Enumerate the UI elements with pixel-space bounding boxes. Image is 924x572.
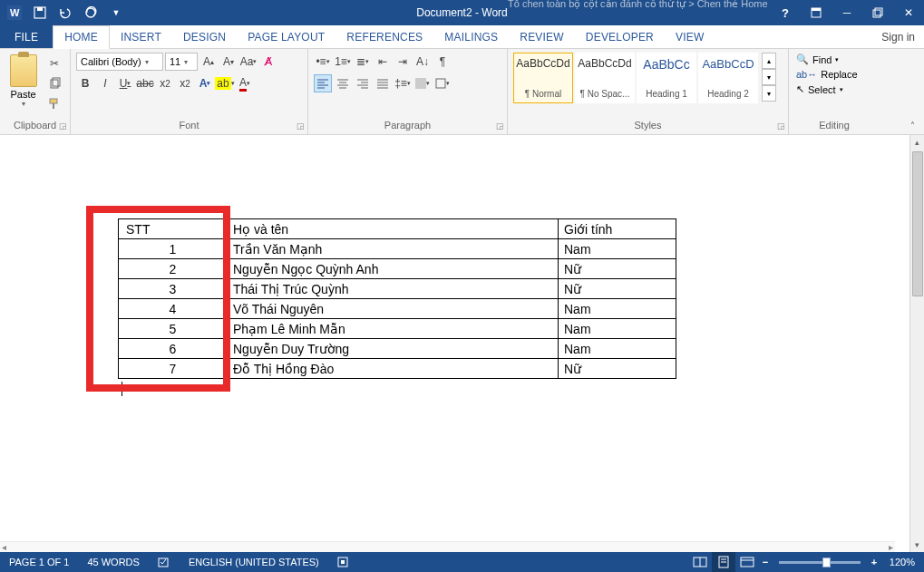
- style-heading2[interactable]: AaBbCcDHeading 2: [698, 53, 758, 103]
- text-effects-button[interactable]: A▾: [196, 74, 214, 92]
- styles-down-button[interactable]: ▾: [762, 69, 776, 85]
- undo-button[interactable]: [54, 3, 76, 23]
- borders-button[interactable]: ▾: [433, 74, 452, 92]
- superscript-button[interactable]: x2: [176, 74, 194, 92]
- ribbon-display-options-button[interactable]: [801, 3, 832, 23]
- view-print-layout-button[interactable]: [712, 552, 735, 572]
- scroll-left-icon[interactable]: ◂: [2, 542, 6, 552]
- shrink-font-button[interactable]: A▾: [219, 53, 238, 71]
- increase-indent-button[interactable]: ⇥: [394, 53, 412, 71]
- view-web-layout-button[interactable]: [735, 552, 759, 572]
- word-icon[interactable]: W: [4, 3, 25, 23]
- change-case-button[interactable]: Aa▾: [239, 53, 258, 71]
- tab-page-layout[interactable]: PAGE LAYOUT: [237, 25, 336, 48]
- status-macro[interactable]: [328, 557, 357, 567]
- align-center-button[interactable]: [334, 74, 352, 92]
- tab-view[interactable]: VIEW: [665, 25, 715, 48]
- table-row[interactable]: 4Võ Thái NguyênNam: [119, 299, 676, 319]
- view-read-mode-button[interactable]: [688, 552, 712, 572]
- minimize-button[interactable]: ─: [832, 3, 862, 23]
- bold-button[interactable]: B: [76, 74, 94, 92]
- font-name-combo[interactable]: Calibri (Body)▾: [76, 53, 163, 71]
- show-marks-button[interactable]: ¶: [433, 53, 452, 71]
- clipboard-launcher[interactable]: ◲: [57, 121, 68, 132]
- line-spacing-button[interactable]: ‡≡▾: [394, 74, 412, 92]
- header-name[interactable]: Họ và tên: [228, 219, 559, 239]
- italic-button[interactable]: I: [96, 74, 114, 92]
- table-row[interactable]: 7Đỗ Thị Hồng ĐàoNữ: [119, 359, 676, 379]
- multilevel-list-button[interactable]: ≣▾: [354, 53, 372, 71]
- redo-button[interactable]: [80, 3, 102, 23]
- replace-button[interactable]: ab↔Replace: [794, 68, 860, 81]
- tab-design[interactable]: DESIGN: [172, 25, 237, 48]
- underline-button[interactable]: U▾: [116, 74, 134, 92]
- status-proofing[interactable]: [149, 556, 180, 568]
- tab-review[interactable]: REVIEW: [509, 25, 575, 48]
- help-button[interactable]: ?: [770, 3, 801, 23]
- strikethrough-button[interactable]: abc: [136, 74, 154, 92]
- justify-button[interactable]: [374, 74, 392, 92]
- bullets-button[interactable]: •≡▾: [314, 53, 332, 71]
- status-page[interactable]: PAGE 1 OF 1: [0, 557, 78, 567]
- document-table[interactable]: STT Họ và tên Giới tính 1Trần Văn MạnhNa…: [118, 218, 676, 379]
- table-row[interactable]: 1Trần Văn MạnhNam: [119, 239, 676, 259]
- styles-up-button[interactable]: ▴: [762, 53, 776, 69]
- qat-customize-button[interactable]: ▼: [105, 3, 127, 23]
- font-size-combo[interactable]: 11▾: [165, 53, 198, 71]
- highlight-button[interactable]: ab▾: [216, 74, 234, 92]
- align-left-button[interactable]: [314, 74, 332, 92]
- paste-button[interactable]: Paste ▾: [5, 51, 41, 108]
- vertical-scrollbar[interactable]: ▴ ▾: [909, 135, 924, 552]
- collapse-ribbon-button[interactable]: ˄: [904, 118, 920, 132]
- numbering-button[interactable]: 1≡▾: [334, 53, 352, 71]
- scroll-up-button[interactable]: ▴: [910, 135, 924, 150]
- sort-button[interactable]: A↓: [413, 53, 432, 71]
- save-button[interactable]: [29, 3, 51, 23]
- copy-button[interactable]: [44, 74, 64, 92]
- decrease-indent-button[interactable]: ⇤: [374, 53, 392, 71]
- scroll-right-icon[interactable]: ▸: [889, 542, 893, 552]
- zoom-slider[interactable]: [779, 561, 861, 564]
- horizontal-scrollbar[interactable]: ◂▸: [0, 541, 895, 552]
- style-normal[interactable]: AaBbCcDd¶ Normal: [513, 53, 573, 103]
- font-color-button[interactable]: A▾: [236, 74, 254, 92]
- tab-insert[interactable]: INSERT: [110, 25, 172, 48]
- sign-in-link[interactable]: Sign in: [872, 25, 924, 48]
- shading-button[interactable]: ▾: [413, 74, 432, 92]
- styles-more-button[interactable]: ▾: [762, 85, 776, 102]
- tab-references[interactable]: REFERENCES: [336, 25, 433, 48]
- cut-button[interactable]: ✂: [44, 54, 64, 73]
- format-painter-button[interactable]: [44, 94, 64, 112]
- styles-launcher[interactable]: ◲: [775, 121, 786, 132]
- align-right-button[interactable]: [354, 74, 372, 92]
- zoom-out-button[interactable]: −: [759, 557, 772, 567]
- close-button[interactable]: ✕: [893, 3, 924, 23]
- find-button[interactable]: 🔍Find▾: [794, 53, 860, 66]
- tab-mailings[interactable]: MAILINGS: [433, 25, 509, 48]
- select-button[interactable]: ↖Select▾: [794, 82, 860, 96]
- tab-home[interactable]: HOME: [53, 25, 110, 49]
- zoom-level[interactable]: 120%: [880, 557, 924, 567]
- scroll-thumb[interactable]: [912, 151, 923, 296]
- subscript-button[interactable]: x2: [156, 74, 174, 92]
- table-row[interactable]: 6Nguyễn Duy TrườngNam: [119, 339, 676, 359]
- scroll-down-button[interactable]: ▾: [910, 538, 924, 552]
- table-header-row[interactable]: STT Họ và tên Giới tính: [119, 219, 676, 239]
- zoom-in-button[interactable]: +: [868, 557, 880, 567]
- tab-developer[interactable]: DEVELOPER: [575, 25, 665, 48]
- document-page[interactable]: STT Họ và tên Giới tính 1Trần Văn MạnhNa…: [0, 135, 909, 552]
- clear-formatting-button[interactable]: A̸: [259, 53, 277, 71]
- paragraph-launcher[interactable]: ◲: [494, 121, 505, 132]
- table-row[interactable]: 2Nguyễn Ngọc Quỳnh AnhNữ: [119, 259, 676, 279]
- font-launcher[interactable]: ◲: [295, 121, 306, 132]
- header-stt[interactable]: STT: [119, 219, 228, 239]
- table-row[interactable]: 5Phạm Lê Minh MẫnNam: [119, 319, 676, 339]
- table-row[interactable]: 3Thái Thị Trúc QuỳnhNữ: [119, 279, 676, 299]
- status-language[interactable]: ENGLISH (UNITED STATES): [180, 557, 328, 567]
- grow-font-button[interactable]: A▴: [199, 53, 218, 71]
- zoom-slider-thumb[interactable]: [822, 557, 831, 567]
- style-no-spacing[interactable]: AaBbCcDd¶ No Spac...: [575, 53, 635, 103]
- style-heading1[interactable]: AaBbCcHeading 1: [637, 53, 696, 103]
- tab-file[interactable]: FILE: [0, 25, 53, 48]
- status-words[interactable]: 45 WORDS: [78, 557, 148, 567]
